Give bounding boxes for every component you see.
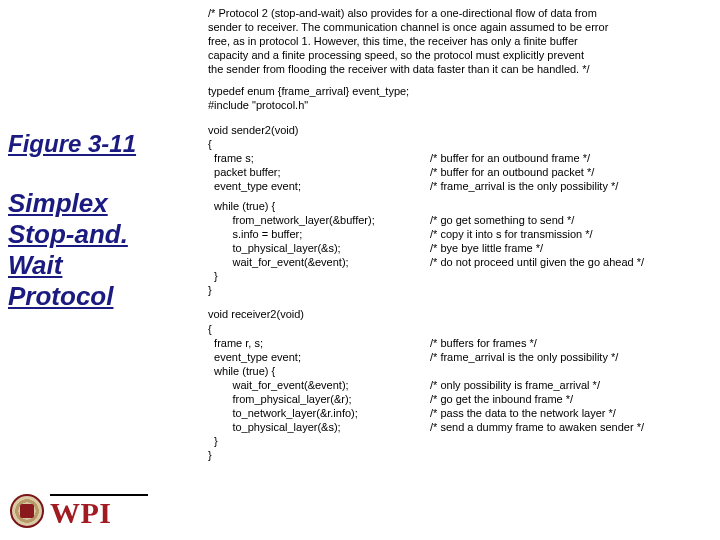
code-line: void sender2(void) [208, 123, 714, 137]
wpi-wordmark: WPI [50, 494, 148, 528]
typedef-block: typedef enum {frame_arrival} event_type;… [208, 84, 714, 112]
code-line: to_network_layer(&r.info);/* pass the da… [208, 406, 714, 420]
code-line: frame s;/* buffer for an outbound frame … [208, 151, 714, 165]
code-line: wait_for_event(&event);/* do not proceed… [208, 255, 714, 269]
top-comment: /* Protocol 2 (stop-and-wait) also provi… [208, 6, 714, 76]
receiver2-function: void receiver2(void) { frame r, s;/* buf… [208, 307, 714, 462]
wpi-text: WPI [50, 498, 148, 528]
comment-line: capacity and a finite processing speed, … [208, 48, 714, 62]
comment-line: sender to receiver. The communication ch… [208, 20, 714, 34]
sender2-function: void sender2(void) { frame s;/* buffer f… [208, 123, 714, 298]
figure-title-line: Simplex [8, 188, 200, 219]
code-line: s.info = buffer;/* copy it into s for tr… [208, 227, 714, 241]
code-line: event_type event;/* frame_arrival is the… [208, 350, 714, 364]
figure-title-line: Protocol [8, 281, 200, 312]
code-line: while (true) { [208, 199, 714, 213]
code-line: void receiver2(void) [208, 307, 714, 321]
figure-title-line: Wait [8, 250, 200, 281]
wpi-seal-icon [10, 494, 44, 528]
code-line: wait_for_event(&event);/* only possibili… [208, 378, 714, 392]
code-line: } [208, 283, 714, 297]
figure-title-line: Stop-and. [8, 219, 200, 250]
code-line: } [208, 269, 714, 283]
code-line: event_type event;/* frame_arrival is the… [208, 179, 714, 193]
figure-title: Simplex Stop-and. Wait Protocol [8, 188, 200, 313]
code-line: typedef enum {frame_arrival} event_type; [208, 84, 714, 98]
code-listing: /* Protocol 2 (stop-and-wait) also provi… [208, 6, 714, 462]
code-line: to_physical_layer(&s);/* bye bye little … [208, 241, 714, 255]
code-line: { [208, 137, 714, 151]
code-line: from_physical_layer(&r);/* go get the in… [208, 392, 714, 406]
figure-caption-block: Figure 3-11 Simplex Stop-and. Wait Proto… [8, 130, 200, 312]
code-line: to_physical_layer(&s);/* send a dummy fr… [208, 420, 714, 434]
code-line: } [208, 448, 714, 462]
comment-line: free, as in protocol 1. However, this ti… [208, 34, 714, 48]
code-line: { [208, 322, 714, 336]
figure-number: Figure 3-11 [8, 130, 200, 188]
code-line: frame r, s;/* buffers for frames */ [208, 336, 714, 350]
code-line: } [208, 434, 714, 448]
code-line: from_network_layer(&buffer);/* go get so… [208, 213, 714, 227]
code-line: #include "protocol.h" [208, 98, 714, 112]
code-line: packet buffer;/* buffer for an outbound … [208, 165, 714, 179]
wpi-logo: WPI [10, 494, 148, 528]
comment-line: the sender from flooding the receiver wi… [208, 62, 714, 76]
comment-line: /* Protocol 2 (stop-and-wait) also provi… [208, 6, 714, 20]
code-line: while (true) { [208, 364, 714, 378]
